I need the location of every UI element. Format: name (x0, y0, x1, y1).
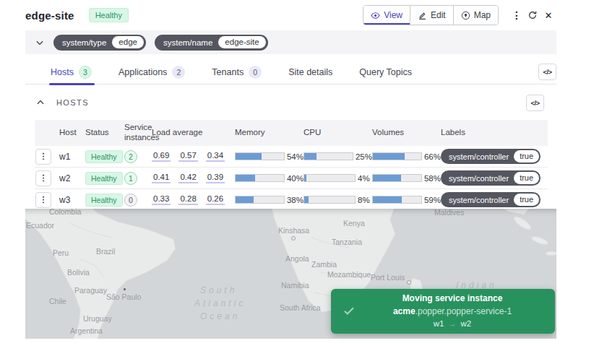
host-label-chip[interactable]: system/controller true (441, 192, 541, 207)
world-map[interactable]: Colombia Ecuador Peru Brazil Bolivia Par… (25, 209, 556, 339)
map-label: Mozambique (327, 270, 371, 279)
chevron-down-icon[interactable] (35, 38, 45, 48)
map-label: Angola (285, 254, 309, 263)
edit-button[interactable]: Edit (410, 6, 453, 25)
meter-fill (236, 196, 254, 203)
chevron-up-icon[interactable] (35, 98, 46, 108)
tab-label: Site details (288, 67, 332, 77)
cpu-percent: 25% (356, 152, 372, 161)
meter-fill (236, 175, 255, 181)
instance-count-badge: 2 (124, 150, 137, 163)
toast-body: Moving service instance acme.popper.popp… (331, 292, 555, 330)
close-button[interactable]: ✕ (541, 7, 556, 23)
tab-applications[interactable]: Applications 2 (119, 61, 185, 84)
filter-chip-system-name[interactable]: system/name edge-site (155, 35, 268, 51)
load-value[interactable]: 0.33 (152, 194, 171, 205)
host-status-badge: Healthy (85, 150, 123, 163)
tab-site-details[interactable]: Site details (288, 61, 332, 84)
col-volumes: Volumes (372, 128, 441, 138)
map-label: Argentina (70, 326, 103, 335)
host-name: w2 (59, 173, 85, 183)
load-value[interactable]: 0.57 (178, 151, 197, 162)
map-label: Namibia (281, 281, 309, 290)
label-value: true (514, 194, 539, 206)
load-value[interactable]: 0.42 (178, 173, 197, 183)
edit-button-label: Edit (431, 10, 446, 20)
map-label: Colombia (49, 209, 81, 216)
load-value[interactable]: 0.39 (206, 173, 225, 183)
host-label-chip[interactable]: system/controller true (441, 149, 541, 164)
view-button[interactable]: View (363, 6, 410, 25)
tab-label: Query Topics (359, 67, 412, 77)
meter-track (372, 152, 422, 160)
code-view-button[interactable]: </> (538, 64, 556, 80)
meter-track (304, 196, 356, 204)
tab-query-topics[interactable]: Query Topics (359, 61, 412, 84)
filter-chip-system-type[interactable]: system/type edge (53, 35, 146, 51)
label-key: system/controller (449, 174, 509, 183)
tab-label: Applications (119, 67, 167, 77)
section-title: HOSTS (56, 98, 89, 107)
row-menu-button[interactable]: ⋮ (35, 149, 51, 165)
topbar-actions: View Edit Map ⋮ (363, 5, 556, 25)
arrow-right-icon: → (444, 319, 461, 328)
volumes-percent: 58% (424, 174, 441, 183)
tab-hosts[interactable]: Hosts 3 (51, 61, 92, 84)
map-label: South Africa (280, 303, 321, 312)
host-status-badge: Healthy (85, 172, 123, 185)
host-name: w3 (59, 195, 85, 205)
refresh-button[interactable] (525, 7, 541, 23)
cpu-meter: 4% (304, 174, 372, 183)
eye-icon (371, 11, 380, 20)
load-average-cell: 0.41 0.42 0.39 (152, 173, 235, 183)
row-menu-button[interactable]: ⋮ (35, 170, 51, 186)
city-marker (291, 236, 296, 240)
memory-meter: 40% (235, 174, 304, 183)
map-label: Zambia (311, 260, 337, 269)
map-label: Kinshasa (278, 226, 309, 235)
load-value[interactable]: 0.34 (206, 151, 225, 162)
meter-fill (373, 153, 405, 160)
volumes-meter: 66% (372, 152, 441, 161)
load-average-cell: 0.33 0.28 0.26 (152, 194, 235, 205)
toast-notification[interactable]: Moving service instance acme.popper.popp… (331, 289, 555, 334)
row-menu-button[interactable]: ⋮ (35, 192, 51, 208)
kebab-menu-button[interactable]: ⋮ (509, 7, 525, 23)
memory-percent: 54% (287, 152, 304, 161)
meter-track (372, 174, 422, 182)
meter-track (304, 174, 356, 182)
memory-percent: 38% (287, 196, 304, 204)
memory-percent: 40% (287, 174, 304, 183)
load-value[interactable]: 0.69 (152, 151, 171, 162)
load-value[interactable]: 0.26 (206, 194, 225, 205)
map-button[interactable]: Map (453, 6, 498, 25)
toast-to-host: w2 (461, 319, 472, 328)
label-value: true (514, 150, 539, 162)
load-value[interactable]: 0.28 (178, 194, 197, 205)
load-value[interactable]: 0.41 (152, 173, 171, 183)
status-badge: Healthy (89, 8, 129, 22)
code-view-button[interactable]: </> (526, 95, 544, 111)
table-header: Host Status Service instances Load avera… (35, 120, 548, 146)
map-label: São Paulo (106, 292, 141, 301)
tab-tenants[interactable]: Tenants 0 (212, 61, 262, 84)
table-row: ⋮ w3 Healthy 0 0.33 0.28 0.26 38% 8% 59% (35, 189, 548, 211)
memory-meter: 38% (235, 196, 304, 204)
label-value: true (514, 172, 539, 184)
map-pin-icon (461, 11, 470, 20)
view-button-label: View (384, 10, 402, 20)
label-key: system/controller (449, 152, 509, 161)
meter-fill (236, 153, 262, 160)
ocean-label: South (200, 285, 237, 295)
code-icon: </> (530, 99, 539, 107)
toast-service-name: acme.popper.popper-service-1 (350, 306, 555, 318)
toast-from-host: w1 (434, 319, 444, 328)
toast-title: Moving service instance (350, 292, 555, 305)
volumes-percent: 66% (424, 152, 441, 161)
map-label: Maldives (434, 209, 464, 217)
host-label-chip[interactable]: system/controller true (441, 170, 541, 186)
tab-label: Hosts (51, 67, 74, 77)
map-label: Uruguay (83, 314, 112, 323)
meter-track (304, 152, 353, 160)
cpu-meter: 25% (304, 152, 372, 161)
